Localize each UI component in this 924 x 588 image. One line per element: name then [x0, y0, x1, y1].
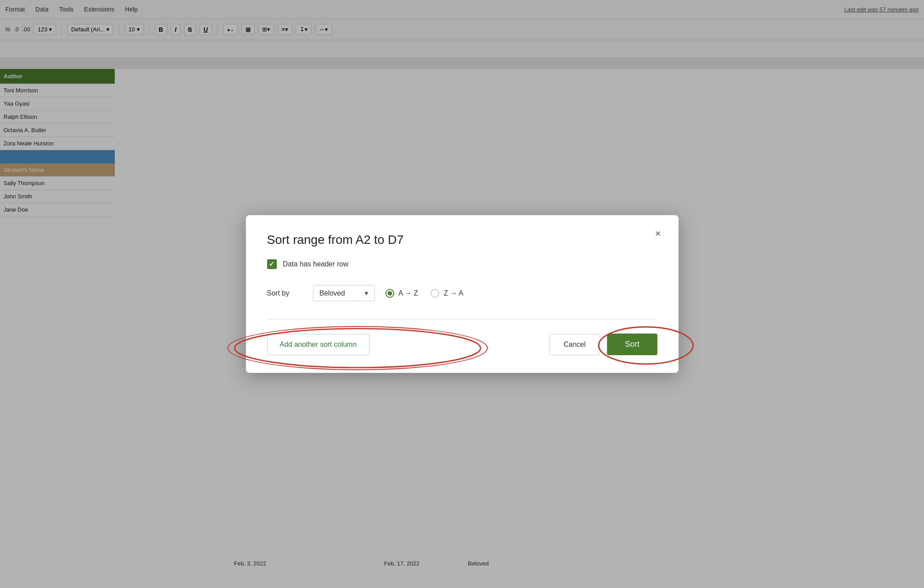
- radio-az-circle: [385, 289, 394, 298]
- header-checkbox[interactable]: [267, 259, 277, 269]
- sort-btn-wrapper: Sort: [607, 334, 657, 355]
- sort-by-row: Sort by Beloved ▾ A → Z Z → A: [267, 285, 657, 301]
- cancel-button[interactable]: Cancel: [549, 334, 600, 355]
- sort-column-value: Beloved: [320, 289, 345, 297]
- modal-overlay: × Sort range from A2 to D7 Data has head…: [0, 0, 924, 588]
- add-sort-wrapper: Add another sort column: [267, 334, 370, 355]
- sort-column-select[interactable]: Beloved ▾: [313, 285, 375, 301]
- chevron-down-icon: ▾: [365, 289, 368, 297]
- modal-title: Sort range from A2 to D7: [267, 233, 657, 247]
- add-sort-column-button[interactable]: Add another sort column: [267, 334, 370, 355]
- modal-actions: Cancel Sort: [549, 334, 657, 355]
- radio-za[interactable]: Z → A: [430, 289, 463, 298]
- header-row-option: Data has header row: [267, 259, 657, 269]
- modal-bottom-row: Add another sort column Cancel Sort: [267, 334, 657, 355]
- modal-divider: [267, 319, 657, 319]
- sort-order-radio-group: A → Z Z → A: [385, 289, 464, 298]
- sort-button[interactable]: Sort: [607, 334, 657, 355]
- radio-az-label: A → Z: [399, 289, 418, 297]
- radio-za-circle: [430, 289, 439, 298]
- radio-az[interactable]: A → Z: [385, 289, 418, 298]
- sort-range-dialog: × Sort range from A2 to D7 Data has head…: [246, 215, 679, 373]
- radio-za-label: Z → A: [444, 289, 463, 297]
- sort-by-label: Sort by: [267, 289, 302, 297]
- header-checkbox-label: Data has header row: [283, 260, 349, 268]
- close-button[interactable]: ×: [650, 226, 666, 242]
